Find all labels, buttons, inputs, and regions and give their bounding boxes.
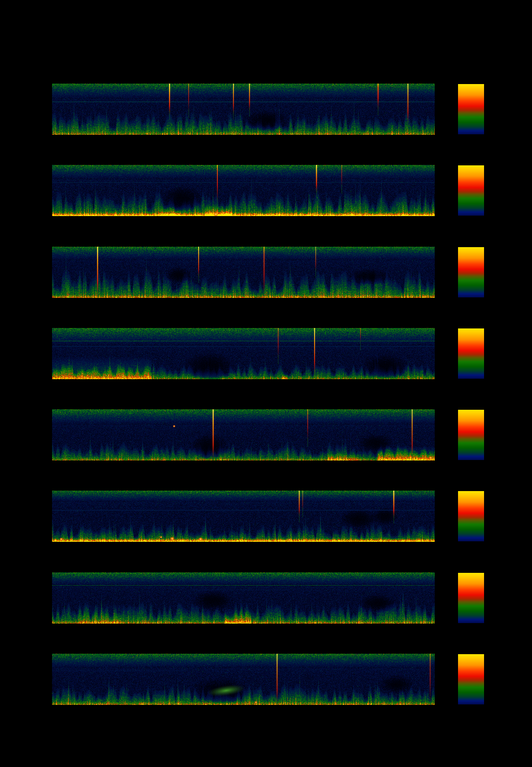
colorbar-6 [458,491,484,541]
panel-row-6 [0,491,532,542]
colorbar-1 [458,84,484,134]
colorbar-7 [458,573,484,623]
colorbar-3 [458,247,484,297]
spectrogram-panel-3 [52,247,435,298]
panel-row-4 [0,328,532,379]
colorbar-2 [458,165,484,216]
spectrogram-panel-1 [52,84,435,135]
spectrogram-panel-8 [52,654,435,705]
panel-row-5 [0,409,532,460]
spectrogram-panel-7 [52,572,435,624]
colorbar-4 [458,328,484,379]
spectrogram-panel-4 [52,328,435,379]
spectrogram-panel-5 [52,409,435,460]
panel-row-3 [0,247,532,298]
spectrogram-figure [0,0,532,767]
panel-row-2 [0,165,532,216]
spectrogram-panel-6 [52,491,435,542]
spectrogram-panel-2 [52,165,435,216]
colorbar-8 [458,654,484,704]
panel-row-1 [0,84,532,135]
colorbar-5 [458,410,484,460]
panel-row-7 [0,572,532,624]
panel-row-8 [0,654,532,705]
